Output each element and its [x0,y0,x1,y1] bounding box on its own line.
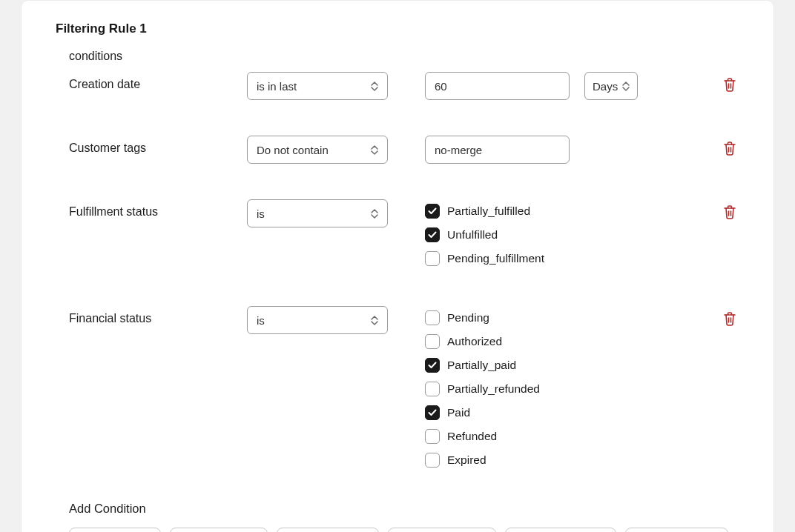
trash-icon [723,141,736,156]
trash-icon [723,77,736,92]
checkbox-label: Partially_fulfilled [447,205,530,218]
check-icon [428,231,437,239]
customer-tags-value-input[interactable]: no-merge [425,136,570,164]
checkbox[interactable] [425,405,440,420]
add-condition-chip[interactable]: Fulfillment status [388,528,497,532]
add-condition-chips: Creation dateCustomer tagsFinancial stat… [69,528,738,532]
financial-status-operator-select[interactable]: is [247,306,388,334]
checkbox-label: Pending [447,311,489,325]
trash-icon [723,205,736,219]
add-condition-chip[interactable]: Financial status [277,528,379,532]
select-value: is [257,314,265,327]
checkbox-label: Pending_fulfillment [447,252,544,265]
checkbox-item: Paid [425,401,540,425]
value-cell: no-merge [425,136,570,164]
delete-condition-button[interactable] [722,310,738,327]
stepper-icon [371,82,378,91]
creation-date-value-input[interactable]: 60 [425,72,570,100]
checkbox[interactable] [425,334,440,349]
stepper-icon [371,316,378,325]
field-label: Customer tags [69,136,247,155]
field-label: Creation date [69,72,247,91]
financial-status-options: PendingAuthorizedPartially_paidPartially… [425,306,540,472]
checkbox-item: Partially_fulfilled [425,199,544,223]
check-icon [428,409,437,416]
check-icon [428,362,437,369]
condition-row-fulfillment-status: Fulfillment status is Partially_fulfille… [69,199,738,270]
add-condition-chip[interactable]: Shipping carrier [625,528,728,532]
fulfillment-status-options: Partially_fulfilledUnfulfilledPending_fu… [425,199,544,270]
conditions-label: conditions [69,50,738,63]
checkbox-label: Partially_refunded [447,382,540,396]
select-value: is [257,207,265,220]
condition-row-customer-tags: Customer tags Do not contain no-merge [69,136,738,164]
checkbox-item: Refunded [425,425,540,448]
rule-title: Filtering Rule 1 [56,21,738,36]
field-label: Financial status [69,306,247,325]
creation-date-operator-select[interactable]: is in last [247,72,388,100]
checkbox[interactable] [425,204,440,219]
add-condition-chip[interactable]: Customer tags [170,528,268,532]
select-value: is in last [257,80,297,93]
delete-condition-button[interactable] [722,76,738,93]
checkbox-item: Partially_refunded [425,377,540,401]
checkbox[interactable] [425,453,440,468]
condition-row-financial-status: Financial status is PendingAuthorizedPar… [69,306,738,472]
input-value: no-merge [435,144,482,156]
checkbox-item: Pending [425,306,540,330]
add-condition-chip[interactable]: Shipping address [505,528,616,532]
customer-tags-operator-select[interactable]: Do not contain [247,136,388,164]
select-value: Days [593,80,618,93]
checkbox-item: Partially_paid [425,353,540,377]
checkbox[interactable] [425,382,440,396]
value-cell: 60 [425,72,570,100]
add-condition-chip[interactable]: Creation date [69,528,161,532]
delete-condition-button[interactable] [722,204,738,220]
delete-condition-button[interactable] [722,140,738,156]
condition-rows: Creation date is in last 60 Days [69,72,738,472]
checkbox-item: Unfulfilled [425,223,544,247]
filtering-rule-card: Filtering Rule 1 conditions Creation dat… [21,0,774,532]
checkbox[interactable] [425,251,440,266]
unit-cell: Days [584,72,638,100]
checkbox[interactable] [425,429,440,444]
check-icon [428,207,437,215]
operator-cell: is [247,199,395,227]
checkbox-label: Refunded [447,430,497,443]
checkbox-item: Expired [425,448,540,472]
checkbox-label: Expired [447,453,486,467]
checkbox-item: Pending_fulfillment [425,247,544,270]
checkbox[interactable] [425,358,440,373]
condition-row-creation-date: Creation date is in last 60 Days [69,72,738,100]
select-value: Do not contain [257,144,329,156]
input-value: 60 [435,80,447,93]
stepper-icon [622,82,630,91]
checkbox-label: Authorized [447,335,502,348]
operator-cell: Do not contain [247,136,395,164]
stepper-icon [371,209,378,219]
checkbox-label: Partially_paid [447,359,516,372]
checkbox-label: Unfulfilled [447,228,498,242]
stepper-icon [371,145,378,155]
value-cell: PendingAuthorizedPartially_paidPartially… [425,306,540,472]
operator-cell: is in last [247,72,395,100]
value-cell: Partially_fulfilledUnfulfilledPending_fu… [425,199,544,270]
checkbox-item: Authorized [425,330,540,353]
field-label: Fulfillment status [69,199,247,219]
add-condition-title: Add Condition [69,502,738,516]
creation-date-unit-select[interactable]: Days [584,72,638,100]
checkbox-label: Paid [447,406,470,419]
trash-icon [723,311,736,326]
checkbox[interactable] [425,310,440,325]
checkbox[interactable] [425,227,440,242]
add-condition-section: Add Condition Creation dateCustomer tags… [69,502,738,532]
fulfillment-status-operator-select[interactable]: is [247,199,388,227]
operator-cell: is [247,306,395,334]
